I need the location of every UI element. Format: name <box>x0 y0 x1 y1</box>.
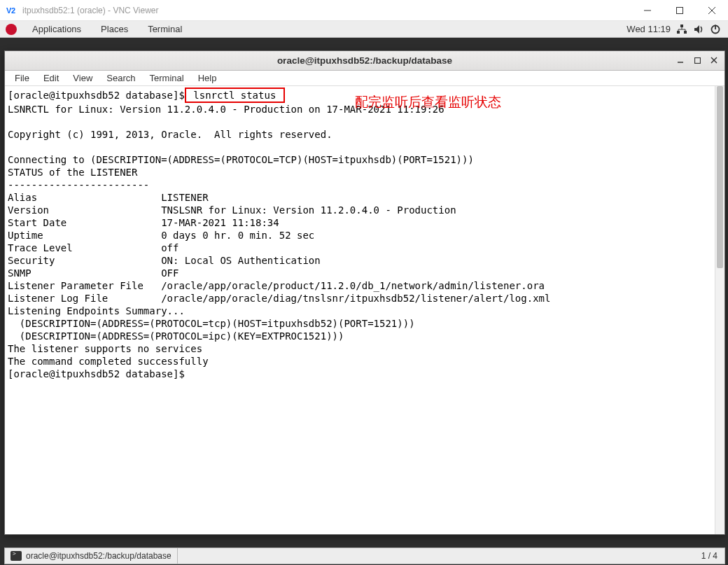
applications-menu[interactable]: Applications <box>22 21 91 38</box>
terminal-close-button[interactable] <box>706 53 722 67</box>
remote-desktop: Applications Places Terminal Wed 11:19 o… <box>0 21 728 565</box>
terminal-body[interactable]: [oracle@itpuxhsdb52 database]$ lsnrctl s… <box>5 86 724 534</box>
menu-help[interactable]: Help <box>191 71 224 86</box>
workspace-pager[interactable]: 1 / 4 <box>694 551 724 561</box>
taskbar-item-label: oracle@itpuxhsdb52:/backup/database <box>26 551 172 561</box>
annotation-text: 配完监听后查看监听状态 <box>355 96 501 109</box>
power-icon[interactable] <box>710 24 721 35</box>
terminal-window: oracle@itpuxhsdb52:/backup/database File… <box>4 50 725 535</box>
vnc-title-text: itpuxhsdb52:1 (oracle) - VNC Viewer <box>22 6 159 15</box>
terminal-titlebar[interactable]: oracle@itpuxhsdb52:/backup/database <box>5 51 724 71</box>
menu-file[interactable]: File <box>8 71 36 86</box>
terminal-title: oracle@itpuxhsdb52:/backup/database <box>277 55 452 66</box>
svg-rect-17 <box>694 57 700 63</box>
svg-marker-13 <box>694 25 699 34</box>
minimize-button[interactable] <box>631 0 664 21</box>
gnome-panel: Applications Places Terminal Wed 11:19 <box>0 21 728 38</box>
menu-terminal[interactable]: Terminal <box>143 71 191 86</box>
svg-text:2: 2 <box>11 6 15 15</box>
svg-rect-3 <box>677 7 683 13</box>
menu-search[interactable]: Search <box>99 71 142 86</box>
close-button[interactable] <box>696 0 728 21</box>
terminal-minimize-button[interactable] <box>673 53 688 67</box>
menu-view[interactable]: View <box>66 71 99 86</box>
redhat-icon <box>6 24 17 35</box>
terminal-output[interactable]: [oracle@itpuxhsdb52 database]$ lsnrctl s… <box>8 88 722 380</box>
terminal-maximize-button[interactable] <box>690 53 705 67</box>
maximize-button[interactable] <box>664 0 696 21</box>
svg-rect-8 <box>684 31 687 34</box>
menu-edit[interactable]: Edit <box>36 71 66 86</box>
terminal-menu[interactable]: Terminal <box>138 21 192 38</box>
network-icon[interactable] <box>676 24 687 35</box>
svg-rect-6 <box>680 25 683 27</box>
gnome-window-list: oracle@itpuxhsdb52:/backup/database 1 / … <box>4 547 725 564</box>
vnc-titlebar: V2 itpuxhsdb52:1 (oracle) - VNC Viewer <box>0 0 728 21</box>
terminal-menubar: File Edit View Search Terminal Help <box>5 71 724 86</box>
volume-icon[interactable] <box>693 24 704 35</box>
scrollbar-thumb[interactable] <box>717 86 723 268</box>
taskbar-terminal-item[interactable]: oracle@itpuxhsdb52:/backup/database <box>5 548 178 564</box>
svg-rect-7 <box>677 31 680 34</box>
terminal-scrollbar[interactable] <box>715 86 724 534</box>
places-menu[interactable]: Places <box>91 21 138 38</box>
vnc-app-icon: V2 <box>6 4 18 17</box>
terminal-icon <box>10 551 22 561</box>
vnc-window-controls <box>631 0 728 21</box>
highlighted-command: lsnrctl status <box>185 88 285 103</box>
clock[interactable]: Wed 11:19 <box>626 24 671 34</box>
